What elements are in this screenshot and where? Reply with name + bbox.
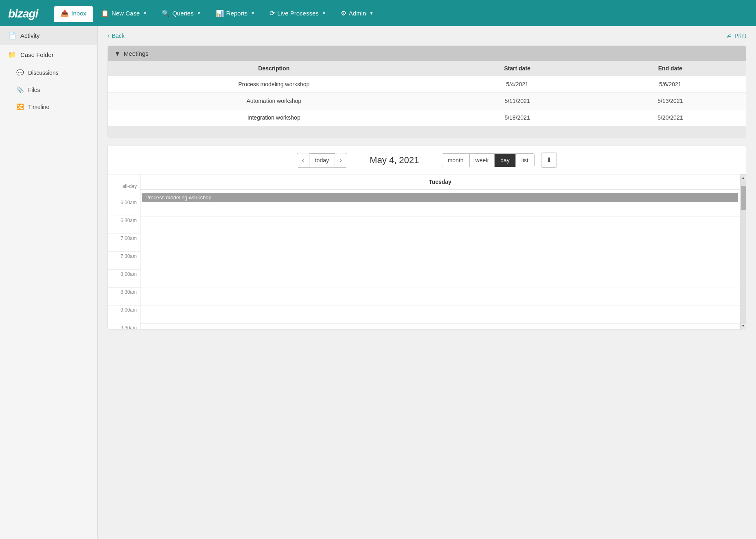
case-folder-icon: 📁 (8, 51, 16, 59)
calendar-body: all-day 6:00am6:30am7:00am7:30am8:00am8:… (108, 175, 746, 329)
sidebar-item-case-folder-label: Case Folder (20, 51, 54, 58)
calendar-time-slot (140, 252, 740, 270)
calendar-scroll-down[interactable]: ▼ (741, 323, 746, 329)
nav-item-new-case[interactable]: 📋 New Case ▼ (94, 6, 153, 20)
nav-item-queries-label: Queries (172, 10, 194, 17)
nav-item-reports[interactable]: 📊 Reports ▼ (209, 6, 261, 20)
meeting-description: Automation workshop (108, 93, 440, 109)
calendar-toolbar: ‹ today › May 4, 2021 month week day lis… (108, 146, 746, 175)
meetings-header: ▼ Meetings (108, 46, 746, 61)
time-label: 8:00am (108, 270, 140, 288)
calendar-view-list[interactable]: list (516, 154, 534, 167)
time-label: 8:30am (108, 288, 140, 306)
meetings-panel: ▼ Meetings Description Start date End da… (107, 46, 746, 137)
calendar-time-slot (140, 306, 740, 324)
meeting-description: Integration workshop (108, 109, 440, 126)
calendar-view-group: month week day list (442, 153, 535, 167)
time-label: 7:00am (108, 234, 140, 252)
inbox-icon: 📥 (61, 9, 69, 17)
meetings-collapse-icon[interactable]: ▼ (114, 50, 121, 57)
meeting-description: Process modeling workshop (108, 76, 440, 93)
nav-item-live-processes-label: Live Processes (277, 10, 319, 17)
calendar-events-column: Tuesday Process modeling workshop (140, 175, 740, 329)
time-label: 9:30am (108, 323, 140, 329)
queries-dropdown-arrow: ▼ (197, 11, 201, 15)
new-case-icon: 📋 (101, 9, 109, 17)
meeting-end-date: 5/13/2021 (595, 93, 746, 109)
activity-icon: 📄 (8, 32, 16, 39)
sidebar-item-discussions-label: Discussions (28, 70, 59, 76)
action-bar: ‹ Back 🖨 Print (107, 33, 746, 39)
calendar-scrollbar: ▲ ▼ (740, 175, 746, 329)
calendar-download-button[interactable]: ⬇ (541, 153, 557, 168)
sidebar: 📄 Activity 📁 Case Folder 💬 Discussions 📎… (0, 26, 98, 539)
nav-item-admin-label: Admin (349, 10, 366, 17)
nav-item-new-case-label: New Case (112, 10, 140, 17)
col-description: Description (108, 61, 440, 76)
meeting-end-date: 5/20/2021 (595, 109, 746, 126)
back-chevron-icon: ‹ (107, 33, 110, 39)
col-start-date: Start date (440, 61, 594, 76)
meetings-title: Meetings (124, 50, 149, 57)
calendar-view-week[interactable]: week (470, 154, 495, 167)
time-label: 7:30am (108, 252, 140, 270)
calendar-scroll-thumb[interactable] (741, 186, 746, 210)
meetings-footer (108, 126, 746, 137)
calendar-time-column: all-day 6:00am6:30am7:00am7:30am8:00am8:… (108, 175, 140, 329)
meeting-end-date: 5/6/2021 (595, 76, 746, 93)
nav-item-admin[interactable]: ⚙ Admin ▼ (334, 6, 380, 20)
time-label: 6:30am (108, 216, 140, 234)
calendar-next-button[interactable]: › (335, 154, 347, 167)
nav-item-reports-label: Reports (226, 10, 248, 17)
calendar-prev-button[interactable]: ‹ (297, 154, 309, 167)
calendar-time-slot (140, 216, 740, 234)
time-label: 9:00am (108, 306, 140, 323)
files-icon: 📎 (16, 86, 24, 94)
nav-item-inbox[interactable]: 📥 Inbox (54, 6, 93, 20)
queries-icon: 🔍 (162, 9, 170, 17)
calendar-time-slot (140, 270, 740, 288)
live-processes-dropdown-arrow: ▼ (322, 11, 326, 15)
reports-dropdown-arrow: ▼ (251, 11, 255, 15)
print-button[interactable]: 🖨 Print (726, 33, 746, 39)
back-button[interactable]: ‹ Back (107, 33, 125, 39)
admin-dropdown-arrow: ▼ (369, 11, 373, 15)
calendar-allday-row: Process modeling workshop (140, 193, 740, 216)
table-row: Process modeling workshop 5/4/2021 5/6/2… (108, 76, 746, 93)
calendar-scroll-track (741, 181, 746, 323)
calendar-nav-group: ‹ today › (297, 153, 347, 168)
calendar-view-day[interactable]: day (495, 154, 516, 167)
discussions-icon: 💬 (16, 69, 24, 76)
calendar-allday-event[interactable]: Process modeling workshop (142, 193, 738, 202)
nav-item-queries[interactable]: 🔍 Queries ▼ (155, 6, 207, 20)
calendar-view-month[interactable]: month (442, 154, 470, 167)
meeting-start-date: 5/4/2021 (440, 76, 594, 93)
nav-item-live-processes[interactable]: ⟳ Live Processes ▼ (263, 6, 333, 20)
calendar-time-slot (140, 288, 740, 306)
sidebar-item-activity-label: Activity (20, 32, 40, 39)
sidebar-item-timeline[interactable]: 🔀 Timeline (0, 98, 97, 116)
sidebar-item-timeline-label: Timeline (28, 104, 49, 110)
calendar-day-header: Tuesday (140, 175, 740, 190)
table-row: Integration workshop 5/18/2021 5/20/2021 (108, 109, 746, 126)
sidebar-item-discussions[interactable]: 💬 Discussions (0, 64, 97, 81)
sidebar-item-files-label: Files (28, 87, 40, 93)
back-label: Back (112, 33, 125, 39)
col-end-date: End date (595, 61, 746, 76)
sidebar-item-files[interactable]: 📎 Files (0, 81, 97, 98)
timeline-icon: 🔀 (16, 103, 24, 111)
time-label: 6:00am (108, 198, 140, 216)
calendar-current-date: May 4, 2021 (354, 155, 435, 166)
sidebar-item-activity[interactable]: 📄 Activity (0, 26, 97, 45)
meeting-start-date: 5/11/2021 (440, 93, 594, 109)
main-layout: 📄 Activity 📁 Case Folder 💬 Discussions 📎… (0, 26, 756, 539)
calendar-scroll-up[interactable]: ▲ (741, 175, 746, 181)
nav-item-inbox-label: Inbox (71, 10, 86, 17)
print-label: Print (734, 33, 746, 39)
all-day-label: all-day (108, 175, 140, 198)
calendar-today-button[interactable]: today (309, 153, 335, 167)
meetings-table: Description Start date End date Process … (108, 61, 746, 126)
content-area: ‹ Back 🖨 Print ▼ Meetings Description St… (98, 26, 756, 539)
sidebar-item-case-folder[interactable]: 📁 Case Folder (0, 45, 97, 64)
new-case-dropdown-arrow: ▼ (143, 11, 147, 15)
